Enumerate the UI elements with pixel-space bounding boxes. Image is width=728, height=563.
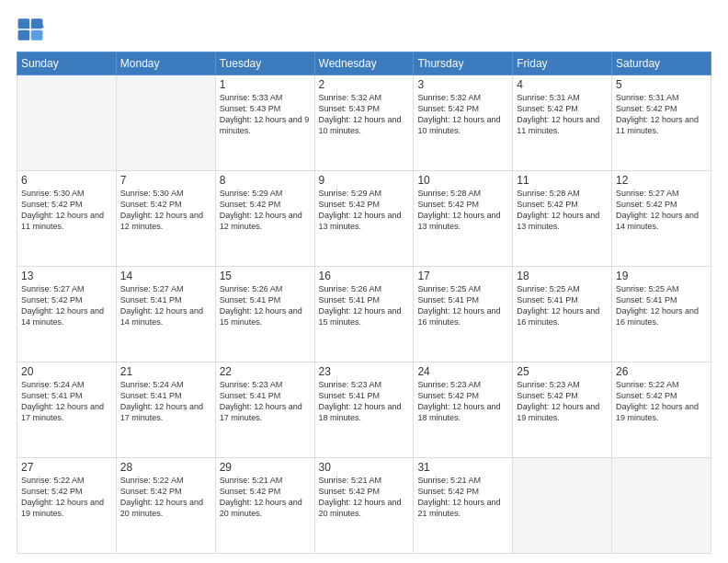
calendar-cell [17, 75, 117, 171]
calendar-cell [513, 458, 612, 554]
day-info: Sunrise: 5:28 AM Sunset: 5:42 PM Dayligh… [517, 188, 608, 233]
calendar-cell: 17Sunrise: 5:25 AM Sunset: 5:41 PM Dayli… [414, 267, 513, 362]
day-number: 29 [220, 461, 311, 474]
header [17, 17, 711, 42]
calendar-cell: 1Sunrise: 5:33 AM Sunset: 5:43 PM Daylig… [215, 75, 314, 171]
calendar-body: 1Sunrise: 5:33 AM Sunset: 5:43 PM Daylig… [17, 75, 711, 554]
day-of-week-header: Monday [116, 52, 215, 75]
days-of-week-row: SundayMondayTuesdayWednesdayThursdayFrid… [17, 52, 711, 75]
calendar-cell: 19Sunrise: 5:25 AM Sunset: 5:41 PM Dayli… [612, 267, 711, 362]
day-number: 21 [120, 365, 211, 378]
day-of-week-header: Tuesday [215, 52, 314, 75]
calendar-week-row: 6Sunrise: 5:30 AM Sunset: 5:42 PM Daylig… [17, 171, 711, 267]
day-info: Sunrise: 5:26 AM Sunset: 5:41 PM Dayligh… [319, 283, 410, 328]
calendar-cell: 2Sunrise: 5:32 AM Sunset: 5:43 PM Daylig… [314, 75, 414, 171]
calendar-week-row: 13Sunrise: 5:27 AM Sunset: 5:42 PM Dayli… [17, 267, 711, 362]
calendar-cell: 6Sunrise: 5:30 AM Sunset: 5:42 PM Daylig… [17, 171, 117, 267]
day-number: 7 [120, 174, 211, 187]
day-number: 3 [417, 78, 508, 91]
calendar-cell: 31Sunrise: 5:21 AM Sunset: 5:42 PM Dayli… [414, 458, 513, 554]
day-number: 11 [517, 174, 608, 187]
calendar-cell: 5Sunrise: 5:31 AM Sunset: 5:42 PM Daylig… [612, 75, 711, 171]
calendar-week-row: 1Sunrise: 5:33 AM Sunset: 5:43 PM Daylig… [17, 75, 711, 171]
calendar-week-row: 27Sunrise: 5:22 AM Sunset: 5:42 PM Dayli… [17, 458, 711, 554]
day-info: Sunrise: 5:21 AM Sunset: 5:42 PM Dayligh… [319, 475, 410, 520]
calendar-cell: 10Sunrise: 5:28 AM Sunset: 5:42 PM Dayli… [414, 171, 513, 267]
calendar-cell: 18Sunrise: 5:25 AM Sunset: 5:41 PM Dayli… [513, 267, 612, 362]
day-number: 30 [319, 461, 410, 474]
day-of-week-header: Sunday [17, 52, 117, 75]
day-number: 31 [417, 461, 508, 474]
day-number: 2 [319, 78, 410, 91]
calendar-cell: 12Sunrise: 5:27 AM Sunset: 5:42 PM Dayli… [612, 171, 711, 267]
calendar-cell: 7Sunrise: 5:30 AM Sunset: 5:42 PM Daylig… [116, 171, 215, 267]
svg-rect-3 [18, 30, 30, 40]
day-number: 18 [517, 270, 608, 282]
day-info: Sunrise: 5:31 AM Sunset: 5:42 PM Dayligh… [616, 92, 707, 137]
day-info: Sunrise: 5:30 AM Sunset: 5:42 PM Dayligh… [21, 188, 112, 233]
day-number: 23 [319, 365, 410, 378]
day-number: 10 [417, 174, 508, 187]
day-info: Sunrise: 5:23 AM Sunset: 5:42 PM Dayligh… [517, 379, 608, 424]
page: SundayMondayTuesdayWednesdayThursdayFrid… [0, 0, 728, 563]
day-info: Sunrise: 5:21 AM Sunset: 5:42 PM Dayligh… [220, 475, 311, 520]
day-info: Sunrise: 5:27 AM Sunset: 5:42 PM Dayligh… [616, 188, 707, 233]
calendar-cell [612, 458, 711, 554]
day-number: 9 [319, 174, 410, 187]
day-info: Sunrise: 5:31 AM Sunset: 5:42 PM Dayligh… [517, 92, 608, 137]
day-number: 13 [21, 270, 112, 282]
day-info: Sunrise: 5:29 AM Sunset: 5:42 PM Dayligh… [220, 188, 311, 233]
day-number: 16 [319, 270, 410, 282]
day-number: 25 [517, 365, 608, 378]
generalblue-logo-icon [17, 17, 44, 42]
day-number: 14 [120, 270, 211, 282]
svg-rect-0 [18, 18, 30, 29]
day-number: 1 [220, 78, 311, 91]
day-number: 4 [517, 78, 608, 91]
day-info: Sunrise: 5:22 AM Sunset: 5:42 PM Dayligh… [21, 475, 112, 520]
day-info: Sunrise: 5:21 AM Sunset: 5:42 PM Dayligh… [417, 475, 508, 520]
calendar-cell: 4Sunrise: 5:31 AM Sunset: 5:42 PM Daylig… [513, 75, 612, 171]
calendar: SundayMondayTuesdayWednesdayThursdayFrid… [17, 52, 711, 554]
day-number: 5 [616, 78, 707, 91]
day-number: 8 [220, 174, 311, 187]
logo [17, 17, 48, 42]
day-of-week-header: Wednesday [314, 52, 414, 75]
day-number: 15 [220, 270, 311, 282]
calendar-cell: 25Sunrise: 5:23 AM Sunset: 5:42 PM Dayli… [513, 362, 612, 458]
day-info: Sunrise: 5:28 AM Sunset: 5:42 PM Dayligh… [417, 188, 508, 233]
calendar-cell: 15Sunrise: 5:26 AM Sunset: 5:41 PM Dayli… [215, 267, 314, 362]
svg-rect-4 [31, 30, 43, 40]
calendar-cell [116, 75, 215, 171]
day-info: Sunrise: 5:33 AM Sunset: 5:43 PM Dayligh… [220, 92, 311, 137]
day-info: Sunrise: 5:30 AM Sunset: 5:42 PM Dayligh… [120, 188, 211, 233]
day-number: 22 [220, 365, 311, 378]
day-info: Sunrise: 5:26 AM Sunset: 5:41 PM Dayligh… [220, 283, 311, 328]
calendar-cell: 8Sunrise: 5:29 AM Sunset: 5:42 PM Daylig… [215, 171, 314, 267]
day-of-week-header: Thursday [414, 52, 513, 75]
day-number: 26 [616, 365, 707, 378]
day-info: Sunrise: 5:22 AM Sunset: 5:42 PM Dayligh… [616, 379, 707, 424]
day-info: Sunrise: 5:23 AM Sunset: 5:42 PM Dayligh… [417, 379, 508, 424]
day-info: Sunrise: 5:25 AM Sunset: 5:41 PM Dayligh… [616, 283, 707, 328]
day-of-week-header: Friday [513, 52, 612, 75]
day-info: Sunrise: 5:25 AM Sunset: 5:41 PM Dayligh… [417, 283, 508, 328]
day-info: Sunrise: 5:22 AM Sunset: 5:42 PM Dayligh… [120, 475, 211, 520]
calendar-cell: 3Sunrise: 5:32 AM Sunset: 5:42 PM Daylig… [414, 75, 513, 171]
day-info: Sunrise: 5:29 AM Sunset: 5:42 PM Dayligh… [319, 188, 410, 233]
day-info: Sunrise: 5:24 AM Sunset: 5:41 PM Dayligh… [21, 379, 112, 424]
calendar-cell: 20Sunrise: 5:24 AM Sunset: 5:41 PM Dayli… [17, 362, 117, 458]
calendar-cell: 11Sunrise: 5:28 AM Sunset: 5:42 PM Dayli… [513, 171, 612, 267]
calendar-cell: 28Sunrise: 5:22 AM Sunset: 5:42 PM Dayli… [116, 458, 215, 554]
calendar-cell: 24Sunrise: 5:23 AM Sunset: 5:42 PM Dayli… [414, 362, 513, 458]
calendar-cell: 22Sunrise: 5:23 AM Sunset: 5:41 PM Dayli… [215, 362, 314, 458]
day-number: 19 [616, 270, 707, 282]
day-info: Sunrise: 5:23 AM Sunset: 5:41 PM Dayligh… [319, 379, 410, 424]
day-number: 28 [120, 461, 211, 474]
calendar-cell: 14Sunrise: 5:27 AM Sunset: 5:41 PM Dayli… [116, 267, 215, 362]
day-info: Sunrise: 5:32 AM Sunset: 5:43 PM Dayligh… [319, 92, 410, 137]
calendar-cell: 27Sunrise: 5:22 AM Sunset: 5:42 PM Dayli… [17, 458, 117, 554]
day-number: 20 [21, 365, 112, 378]
day-of-week-header: Saturday [612, 52, 711, 75]
calendar-header: SundayMondayTuesdayWednesdayThursdayFrid… [17, 52, 711, 75]
